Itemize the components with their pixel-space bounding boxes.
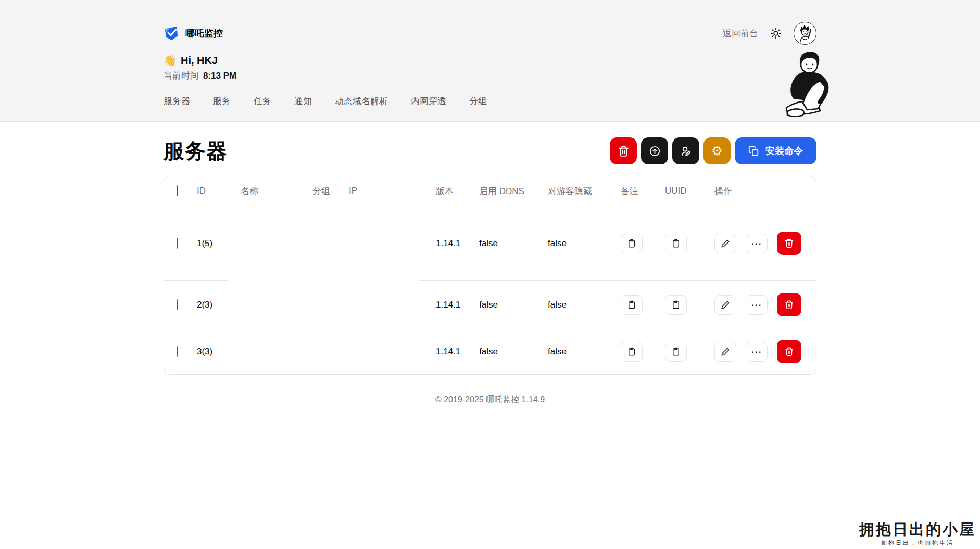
row-checkbox[interactable] xyxy=(177,346,178,357)
gear-icon: ⚙ xyxy=(711,145,723,157)
row-hidden: false xyxy=(543,347,615,357)
current-time-value: 8:13 PM xyxy=(203,71,236,81)
sun-icon xyxy=(770,28,782,39)
ellipsis-icon: ⋯ xyxy=(751,300,762,310)
pencil-icon xyxy=(721,347,730,356)
more-actions-button[interactable]: ⋯ xyxy=(746,234,768,253)
column-header-ddns: 启用 DDNS xyxy=(474,185,543,197)
column-header-id: ID xyxy=(192,186,235,196)
ellipsis-icon: ⋯ xyxy=(751,238,762,249)
current-time: 当前时间8:13 PM xyxy=(164,70,816,82)
column-header-actions: 操作 xyxy=(709,185,816,197)
servers-table: ID 名称 分组 IP 版本 启用 DDNS 对游客隐藏 备注 UUID 操作 … xyxy=(164,176,816,375)
brand-name: 哪吒监控 xyxy=(185,27,223,40)
current-time-label: 当前时间 xyxy=(164,71,199,81)
row-id: 1(5) xyxy=(192,238,235,249)
watermark-title: 拥抱日出的小屋 xyxy=(859,521,976,538)
watermark-subtitle: 拥抱日出，也拥抱生活 xyxy=(859,539,976,547)
row-ddns: false xyxy=(474,300,543,310)
trash-icon xyxy=(784,300,794,310)
row-checkbox[interactable] xyxy=(177,238,178,249)
copy-note-button[interactable] xyxy=(621,342,643,362)
bottom-divider xyxy=(0,545,980,545)
delete-row-button[interactable] xyxy=(777,293,801,316)
wave-emoji-icon: 👋 xyxy=(164,54,177,67)
trash-icon xyxy=(618,145,630,157)
copy-uuid-button[interactable] xyxy=(665,234,687,253)
copy-note-button[interactable] xyxy=(621,234,643,253)
clipboard-icon xyxy=(627,347,636,356)
column-header-group: 分组 xyxy=(307,185,344,197)
trash-icon xyxy=(784,347,794,356)
nav-item-ddns[interactable]: 动态域名解析 xyxy=(335,95,388,107)
row-version: 1.14.1 xyxy=(431,300,474,310)
circle-arrow-up-icon xyxy=(649,145,661,157)
pencil-icon xyxy=(721,239,730,248)
clipboard-icon xyxy=(627,300,636,310)
header: 哪吒监控 返回前台 xyxy=(0,0,980,122)
clipboard-icon xyxy=(671,239,681,248)
ellipsis-icon: ⋯ xyxy=(751,347,762,357)
copyright: © 2019-2025 哪吒监控 1.14.9 xyxy=(164,394,816,405)
delete-row-button[interactable] xyxy=(777,340,801,363)
edit-row-button[interactable] xyxy=(714,295,736,315)
column-header-version: 版本 xyxy=(431,185,474,197)
toolbar: ⚙ 安装命令 xyxy=(610,137,816,164)
copy-icon xyxy=(748,146,759,157)
user-edit-button[interactable] xyxy=(672,137,699,164)
force-update-button[interactable] xyxy=(641,137,668,164)
row-version: 1.14.1 xyxy=(431,347,474,357)
row-id: 3(3) xyxy=(192,347,235,357)
trash-icon xyxy=(784,238,794,248)
row-hidden: false xyxy=(543,238,615,249)
copy-note-button[interactable] xyxy=(621,295,643,315)
main-nav: 服务器 服务 任务 通知 动态域名解析 内网穿透 分组 xyxy=(164,95,816,107)
install-command-button[interactable]: 安装命令 xyxy=(735,137,816,164)
app-root: 哪吒监控 返回前台 xyxy=(0,0,980,549)
table-row: 3(3) 1.14.1 false false ⋯ xyxy=(164,329,816,374)
clipboard-icon xyxy=(671,300,681,310)
greeting: 👋 Hi, HKJ xyxy=(164,54,816,67)
nav-item-tasks[interactable]: 任务 xyxy=(254,95,271,107)
user-avatar[interactable] xyxy=(794,22,816,45)
row-hidden: false xyxy=(543,300,615,310)
row-ddns: false xyxy=(474,238,543,249)
nav-item-groups[interactable]: 分组 xyxy=(469,95,487,107)
column-header-name: 名称 xyxy=(235,185,307,197)
delete-row-button[interactable] xyxy=(777,232,801,255)
brand-logo-icon xyxy=(164,25,179,41)
user-pen-icon xyxy=(680,145,692,157)
batch-delete-button[interactable] xyxy=(610,137,637,164)
page-title: 服务器 xyxy=(164,137,228,165)
brand[interactable]: 哪吒监控 xyxy=(164,25,223,41)
select-all-checkbox[interactable] xyxy=(177,185,178,196)
nav-item-services[interactable]: 服务 xyxy=(213,95,231,107)
nav-item-servers[interactable]: 服务器 xyxy=(164,95,190,107)
row-checkbox[interactable] xyxy=(177,299,178,310)
main-content: 服务器 xyxy=(164,137,816,405)
column-header-uuid: UUID xyxy=(660,186,709,196)
table-row: 1(5) 1.14.1 false false ⋯ xyxy=(164,206,816,280)
column-header-note: 备注 xyxy=(615,185,660,197)
copy-uuid-button[interactable] xyxy=(665,295,687,315)
row-id: 2(3) xyxy=(192,300,235,310)
edit-row-button[interactable] xyxy=(714,342,736,362)
copy-uuid-button[interactable] xyxy=(665,342,687,362)
watermark: 拥抱日出的小屋 拥抱日出，也拥抱生活 xyxy=(859,521,976,547)
row-ddns: false xyxy=(474,347,543,357)
row-version: 1.14.1 xyxy=(431,238,474,249)
avatar-illustration xyxy=(794,22,816,44)
more-actions-button[interactable]: ⋯ xyxy=(746,295,768,315)
settings-button[interactable]: ⚙ xyxy=(703,137,731,164)
nav-item-notifications[interactable]: 通知 xyxy=(294,95,312,107)
clipboard-icon xyxy=(627,239,636,248)
greeting-text: Hi, HKJ xyxy=(181,55,218,67)
nav-item-nat[interactable]: 内网穿透 xyxy=(411,95,446,107)
theme-toggle-button[interactable] xyxy=(770,27,782,40)
edit-row-button[interactable] xyxy=(714,234,736,253)
table-header-row: ID 名称 分组 IP 版本 启用 DDNS 对游客隐藏 备注 UUID 操作 xyxy=(164,176,816,206)
column-header-hidden: 对游客隐藏 xyxy=(543,185,615,197)
back-to-frontend-link[interactable]: 返回前台 xyxy=(723,28,758,40)
pencil-icon xyxy=(721,300,730,310)
more-actions-button[interactable]: ⋯ xyxy=(746,342,768,362)
